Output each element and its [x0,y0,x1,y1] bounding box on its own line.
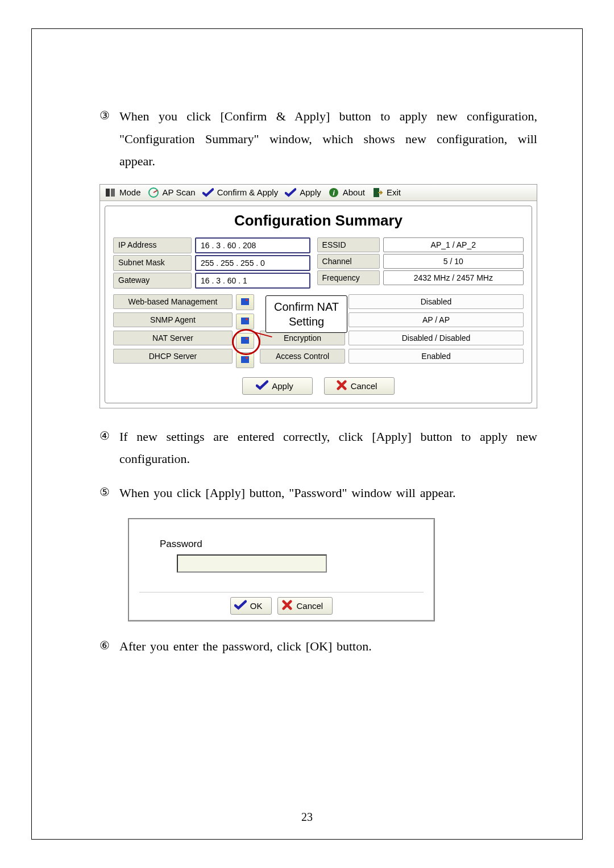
step-number: ⑤ [99,482,119,504]
apply-label[interactable]: Apply [300,187,321,197]
svg-rect-10 [241,337,249,344]
subnet-mask-value: 255 . 255 . 255 . 0 [195,255,310,271]
password-dialog: Password OK Cancel [128,518,435,621]
access-control-label: Access Control [260,349,345,364]
status-flag-icon [236,294,254,310]
confirm-apply-label[interactable]: Confirm & Apply [217,187,279,197]
summary-title: Configuration Summary [113,212,524,229]
web-mgmt-status: Disabled [349,294,524,309]
step-number: ④ [99,425,119,470]
essid-label: ESSID [317,237,380,252]
op-mode-value: AP / AP [349,312,524,327]
password-input[interactable] [177,554,327,573]
apply-button[interactable]: Apply [242,377,313,395]
page-number: 23 [0,811,614,824]
app-logo-icon [105,187,116,198]
dhcp-server-label: DHCP Server [113,349,233,364]
svg-point-9 [246,318,248,320]
snmp-agent-label: SNMP Agent [113,312,233,327]
step-text: When you click [Confirm & Apply] button … [119,105,537,173]
nat-server-label: NAT Server [113,331,233,345]
summary-panel: Configuration Summary IP Address 16 . 3 … [105,206,532,403]
svg-point-11 [246,337,248,340]
ok-button-label: OK [250,601,263,611]
svg-rect-6 [241,298,249,305]
access-control-value: Enabled [349,349,524,364]
toolbar: Mode AP Scan Confirm & Apply Apply i Abo… [100,185,537,201]
exit-label[interactable]: Exit [387,187,401,197]
channel-label: Channel [317,254,380,269]
subnet-mask-label: Subnet Mask [113,255,192,271]
config-summary-window: Mode AP Scan Confirm & Apply Apply i Abo… [99,184,537,408]
cancel-button[interactable]: Cancel [277,597,333,615]
nat-status-icon[interactable] [236,333,254,349]
x-icon [281,600,293,612]
step-text: When you click [Apply] button, "Password… [119,482,537,504]
cancel-button-label: Cancel [351,381,377,391]
step-number: ③ [99,105,119,173]
svg-point-7 [246,299,248,301]
web-mgmt-label: Web-based Management [113,294,233,309]
instruction-3: ③ When you click [Confirm & Apply] butto… [99,105,537,173]
checkmark-icon [285,187,296,198]
frequency-label: Frequency [317,270,380,285]
x-icon [336,380,347,392]
svg-point-13 [246,357,248,359]
channel-value: 5 / 10 [383,254,524,269]
cancel-button[interactable]: Cancel [324,377,395,395]
scan-radar-icon [148,187,159,198]
step-text: After you enter the password, click [OK]… [119,635,537,658]
instruction-6: ⑥ After you enter the password, click [O… [99,635,537,658]
password-label: Password [160,539,424,550]
checkmark-icon [202,187,214,198]
instruction-5: ⑤ When you click [Apply] button, "Passwo… [99,482,537,504]
ok-button[interactable]: OK [230,597,272,615]
ip-address-value: 16 . 3 . 60 . 208 [195,237,310,253]
checkmark-icon [234,600,247,612]
exit-door-icon [372,187,383,198]
mode-label[interactable]: Mode [119,187,141,197]
gateway-value: 16 . 3 . 60 . 1 [195,273,310,289]
svg-rect-8 [241,318,249,324]
encryption-value: Disabled / Disabled [349,331,524,345]
status-flag-icon [236,314,254,329]
svg-rect-12 [241,356,249,363]
callout-box: Confirm NAT Setting [265,295,347,333]
apply-button-label: Apply [272,381,293,391]
about-label[interactable]: About [343,187,365,197]
cancel-button-label: Cancel [296,601,323,611]
step-text: If new settings are entered correctly, c… [119,425,537,470]
essid-value: AP_1 / AP_2 [383,237,524,252]
svg-text:i: i [333,189,335,197]
gateway-label: Gateway [113,273,192,289]
help-icon: i [328,187,339,198]
svg-rect-1 [111,189,115,197]
ip-address-label: IP Address [113,237,192,253]
ap-scan-label[interactable]: AP Scan [163,187,196,197]
step-number: ⑥ [99,635,119,658]
svg-rect-0 [106,189,110,197]
frequency-value: 2432 MHz / 2457 MHz [383,270,524,285]
checkmark-icon [256,380,268,392]
instruction-4: ④ If new settings are entered correctly,… [99,425,537,470]
status-flag-icon [236,352,254,368]
